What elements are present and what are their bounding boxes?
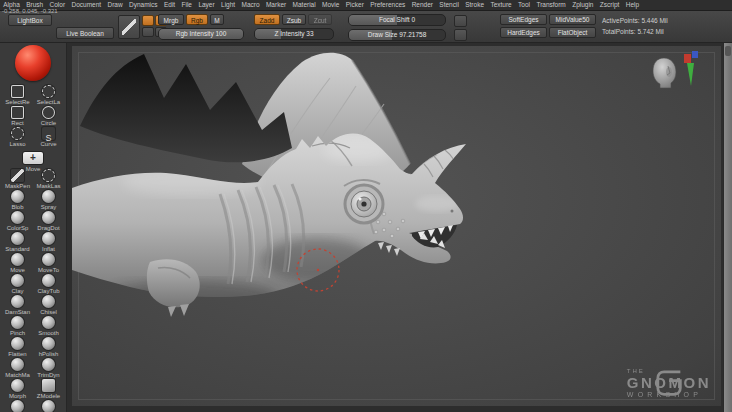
creature-sculpt[interactable] [72,53,466,317]
brush-button[interactable]: ZRemes [2,400,33,412]
brush-icon [42,400,55,412]
brush-icon [11,337,24,350]
menu-item[interactable]: Dynamics [126,0,161,10]
brush-button[interactable]: Inflat [33,232,64,252]
active-color-swatch[interactable] [15,45,51,81]
brush-label: Smooth [33,330,64,336]
rgb-button[interactable]: Rgb [186,14,208,25]
menu-item[interactable]: File [178,0,195,10]
gnomon-watermark: THE GNOMON WORKSHOP [627,368,711,398]
lightbox-button[interactable]: LightBox [8,14,52,26]
size-slider-group: Focal Shift 0 Draw Size 97.21758 [348,14,446,41]
brush-button[interactable]: SelectRe [2,85,33,105]
brush-button[interactable]: Flatten [2,337,33,357]
mrgb-button[interactable]: Mrgb [158,14,184,25]
menu-item[interactable]: Preferences [367,0,408,10]
brush-button[interactable]: hPolish [33,337,64,357]
edge-button[interactable]: HardEdges [500,27,547,38]
alpha-icon[interactable] [454,29,467,41]
brush-button[interactable]: Clay [2,274,33,294]
z-axis-icon[interactable] [692,51,698,58]
brush-button[interactable]: ZProject [33,400,64,412]
sculpt-brush-grid: MaskPen MaskLas Blob Spray [0,169,66,412]
z-intensity-slider[interactable]: Z Intensity 33 [254,28,334,40]
menu-item[interactable]: Light [218,0,238,10]
brush-icon [11,127,24,140]
brush-icon [11,295,24,308]
menu-item[interactable]: Zscript [597,0,623,10]
menu-item[interactable]: Macro [238,0,262,10]
material-preview-head[interactable] [653,58,676,88]
brush-icon [11,274,24,287]
menubar: AlphaBrushColorDocumentDrawDynamicsEditF… [0,0,732,11]
brush-button[interactable]: Smooth [33,316,64,336]
brush-button[interactable]: Spray [33,190,64,210]
edge-button[interactable]: SoftEdges [500,14,547,25]
zadd-button[interactable]: Zadd [254,14,280,25]
menu-item[interactable]: Tool [515,0,533,10]
edge-button[interactable]: MidValue50 [549,14,596,25]
brush-button[interactable]: MatchMa [2,358,33,378]
scale-icon[interactable] [142,27,154,38]
brush-button[interactable]: SelectLa [33,85,64,105]
sculpt-mode-group: Zadd Zsub Zcut Z Intensity 33 [254,14,334,40]
brush-button[interactable]: TrimDyn [33,358,64,378]
brush-button[interactable]: ColorSp [2,211,33,231]
brush-button[interactable]: ClayTub [33,274,64,294]
brush-button[interactable]: Move [2,253,33,273]
focal-shift-slider[interactable]: Focal Shift 0 [348,14,446,26]
brush-button[interactable]: Blob [2,190,33,210]
m-button[interactable]: M [210,14,224,25]
brush-button[interactable]: DamStan [2,295,33,315]
brush-button[interactable]: DragDot [33,211,64,231]
menu-item[interactable]: Render [408,0,436,10]
brush-button[interactable]: Lasso [2,127,33,147]
menu-item[interactable]: Help [623,0,643,10]
draw-size-slider[interactable]: Draw Size 97.21758 [348,29,446,41]
viewport-canvas[interactable]: THE GNOMON WORKSHOP [72,46,721,406]
rgb-intensity-slider[interactable]: Rgb Intensity 100 [158,28,244,40]
menu-item[interactable]: Texture [487,0,515,10]
brush-button[interactable]: ZModele [33,379,64,399]
y-axis-icon[interactable] [687,63,694,86]
brush-button[interactable]: Rect [2,106,33,126]
brush-button[interactable]: Standard [2,232,33,252]
brush-icon [42,316,55,329]
x-axis-icon[interactable] [684,54,691,63]
zsub-button[interactable]: Zsub [282,14,306,25]
menu-item[interactable]: Transform [533,0,569,10]
menu-item[interactable]: Marker [263,0,290,10]
move-tool-button[interactable]: + Move [0,147,66,169]
edit-icon[interactable] [142,15,154,26]
brush-button[interactable]: Morph [2,379,33,399]
stroke-icon[interactable] [454,15,467,27]
menu-item[interactable]: Layer [195,0,218,10]
brush-button[interactable]: Circle [33,106,64,126]
brush-button[interactable]: Pinch [2,316,33,336]
menu-item[interactable]: Edit [161,0,179,10]
brush-button[interactable]: MoveTo [33,253,64,273]
menu-item[interactable]: Picker [343,0,367,10]
menu-item[interactable]: Draw [104,0,126,10]
canvas-scrollbar[interactable] [723,42,732,412]
brush-button[interactable]: Curve [33,127,64,147]
dark-wing [80,54,292,162]
move-gyro-icon[interactable]: + [22,151,44,165]
brush-icon [11,358,24,371]
brush-button[interactable]: MaskPen [2,169,33,189]
menu-item[interactable]: Document [68,0,104,10]
axis-gizmo[interactable] [684,51,698,86]
zcut-button[interactable]: Zcut [308,14,332,25]
menu-item[interactable]: Zplugin [569,0,597,10]
draw-brush-icon[interactable] [118,15,140,39]
brush-button[interactable]: Chisel [33,295,64,315]
menu-item[interactable]: Stencil [436,0,462,10]
menu-item[interactable]: Stroke [462,0,487,10]
edge-button[interactable]: FlatObject [549,27,596,38]
sculpt-viewport[interactable] [72,46,721,406]
live-boolean-button[interactable]: Live Boolean [56,27,114,39]
brush-label: Move [2,267,33,273]
menu-item[interactable]: Material [289,0,319,10]
brush-button[interactable]: MaskLas [33,169,64,189]
menu-item[interactable]: Movie [319,0,343,10]
